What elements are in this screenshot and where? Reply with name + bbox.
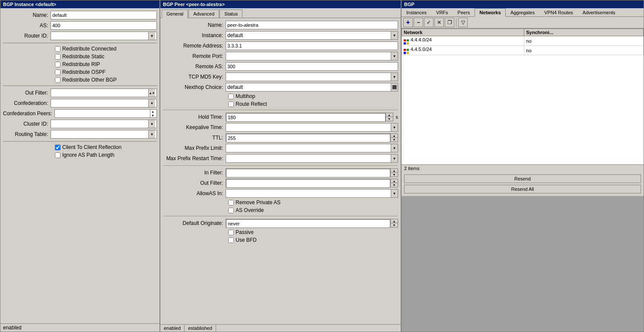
routing-table-dropdown[interactable]: ▼	[51, 130, 157, 139]
default-originate-up[interactable]: ▲	[391, 219, 398, 223]
nexthop-choice-arrow[interactable]: ⬛	[391, 83, 398, 91]
max-prefix-restart-arrow[interactable]: ▼	[391, 155, 398, 162]
bgp-tab-instances[interactable]: Instances	[402, 8, 431, 16]
remote-address-input[interactable]	[226, 41, 398, 50]
hold-time-input[interactable]	[226, 113, 386, 122]
router-id-dropdown[interactable]: ▼	[51, 32, 157, 40]
bgp-tab-advertisements[interactable]: Advertisements	[578, 8, 620, 16]
tcp-md5-arrow[interactable]: ▼	[391, 73, 398, 81]
confederation-dropdown[interactable]: ▼	[51, 99, 157, 108]
redistribute-connected-check[interactable]	[55, 46, 61, 52]
confederation-peers-dropdown[interactable]: ▲ ▼	[54, 109, 157, 118]
peer-instance-label: Instance:	[163, 32, 226, 38]
ttl-spinbox[interactable]: ▲ ▼	[226, 133, 398, 142]
add-button[interactable]: +	[403, 18, 413, 27]
allow-as-in-arrow[interactable]: ▼	[391, 190, 398, 197]
keepalive-dropdown[interactable]: ▼	[226, 123, 398, 132]
ttl-up[interactable]: ▲	[391, 134, 398, 138]
ttl-input[interactable]	[226, 134, 390, 142]
networks-table-container: Network Synchroni... 4.4.4.0/24no4.4.5.0…	[402, 28, 644, 164]
ttl-down[interactable]: ▼	[391, 138, 398, 142]
remote-port-dropdown[interactable]: ▼	[226, 52, 398, 60]
bgp-tab-peers[interactable]: Peers	[453, 8, 475, 16]
multihop-check[interactable]	[228, 94, 234, 99]
copy-button[interactable]: ❐	[445, 18, 454, 27]
redistribute-static-check[interactable]	[55, 54, 61, 60]
peer-out-filter-down[interactable]: ▼	[391, 183, 398, 187]
col-network[interactable]: Network	[402, 29, 524, 36]
redistribute-other-bgp-row: Redistribute Other BGP	[3, 77, 157, 83]
bgp-tab-vrfs[interactable]: VRFs	[431, 8, 453, 16]
client-to-client-check[interactable]	[55, 145, 61, 150]
redistribute-other-bgp-label: Redistribute Other BGP	[62, 77, 117, 83]
resend-button[interactable]: Resend	[404, 174, 641, 183]
peer-instance-dropdown[interactable]: default ▼	[226, 31, 398, 40]
peer-out-filter-spinbox[interactable]: ▲ ▼	[226, 179, 398, 187]
confederation-arrow[interactable]: ▼	[148, 99, 155, 107]
table-row[interactable]: 4.4.4.0/24no	[402, 36, 644, 46]
out-filter-arrow[interactable]: ▲▼	[148, 89, 155, 97]
tab-advanced[interactable]: Advanced	[188, 9, 219, 18]
default-originate-input[interactable]	[226, 219, 390, 228]
max-prefix-limit-label: Max Prefix Limit:	[163, 145, 226, 151]
route-reflect-check[interactable]	[228, 101, 234, 107]
bgp-tab-networks[interactable]: Networks	[475, 8, 506, 17]
as-override-check[interactable]	[228, 208, 234, 213]
cluster-id-dropdown[interactable]: ▼	[51, 120, 157, 128]
allow-as-in-dropdown[interactable]: ▼	[226, 189, 398, 198]
use-bfd-check[interactable]	[228, 237, 234, 243]
redistribute-rip-check[interactable]	[55, 62, 61, 67]
remote-port-arrow[interactable]: ▼	[391, 52, 398, 60]
route-reflect-label: Route Reflect	[236, 101, 267, 107]
hold-time-label: Hold Time:	[163, 114, 226, 120]
resend-all-button[interactable]: Resend All	[404, 185, 641, 193]
router-id-arrow[interactable]: ▼	[148, 32, 155, 40]
client-to-client-row: Client To Client Reflection	[3, 144, 157, 150]
table-row[interactable]: 4.4.5.0/24no	[402, 46, 644, 55]
network-cell: 4.4.4.0/24	[402, 36, 524, 46]
passive-check[interactable]	[228, 230, 234, 235]
bgp-tab-vpn4-routes[interactable]: VPN4 Routes	[539, 8, 578, 16]
peer-out-filter-up[interactable]: ▲	[391, 179, 398, 183]
keepalive-arrow[interactable]: ▼	[391, 123, 398, 131]
tab-status[interactable]: Status	[220, 9, 242, 18]
left-status-bar: enabled	[0, 323, 159, 332]
ignore-as-path-check[interactable]	[55, 152, 61, 158]
hold-time-spinbox[interactable]: ▲ ▼	[226, 113, 393, 121]
peer-instance-arrow[interactable]: ▼	[391, 32, 398, 39]
max-prefix-restart-dropdown[interactable]: ▼	[226, 154, 398, 163]
in-filter-spinbox[interactable]: ▲ ▼	[226, 168, 398, 177]
cluster-id-arrow[interactable]: ▼	[148, 120, 155, 128]
tcp-md5-dropdown[interactable]: ▼	[226, 73, 398, 81]
peer-name-input[interactable]	[226, 21, 398, 29]
filter-button[interactable]: ▽	[458, 18, 468, 27]
default-originate-down[interactable]: ▼	[391, 223, 398, 227]
out-filter-dropdown[interactable]: ▲▼	[51, 89, 157, 97]
col-synchroni[interactable]: Synchroni...	[524, 29, 644, 36]
in-filter-up[interactable]: ▲	[391, 169, 398, 173]
peer-out-filter-input[interactable]	[226, 179, 390, 188]
tab-general[interactable]: General	[162, 9, 188, 18]
name-input[interactable]	[51, 11, 157, 19]
nexthop-choice-dropdown[interactable]: default ⬛	[226, 83, 398, 92]
hold-time-down[interactable]: ▼	[386, 117, 393, 121]
remove-private-as-check[interactable]	[228, 200, 234, 206]
bgp-peer-panel: BGP Peer <peer-to-alestra> General Advan…	[160, 0, 401, 332]
remote-as-input[interactable]	[226, 62, 398, 71]
remove-button[interactable]: −	[414, 18, 423, 27]
max-prefix-limit-arrow[interactable]: ▼	[391, 144, 398, 152]
as-input[interactable]	[51, 21, 157, 30]
in-filter-input[interactable]	[226, 169, 390, 177]
bgp-tab-aggregates[interactable]: Aggregates	[506, 8, 539, 16]
in-filter-down[interactable]: ▼	[391, 173, 398, 177]
check-button[interactable]: ✓	[424, 18, 434, 27]
max-prefix-limit-dropdown[interactable]: ▼	[226, 144, 398, 152]
confederation-peers-arrows[interactable]: ▲ ▼	[150, 110, 155, 117]
redistribute-other-bgp-check[interactable]	[55, 77, 61, 83]
x-button[interactable]: ✕	[434, 18, 444, 27]
default-originate-spinbox[interactable]: ▲ ▼	[226, 219, 398, 228]
hold-time-up[interactable]: ▲	[386, 113, 393, 117]
name-label: Name:	[3, 12, 51, 18]
redistribute-ospf-check[interactable]	[55, 70, 61, 75]
routing-table-arrow[interactable]: ▼	[148, 130, 155, 138]
